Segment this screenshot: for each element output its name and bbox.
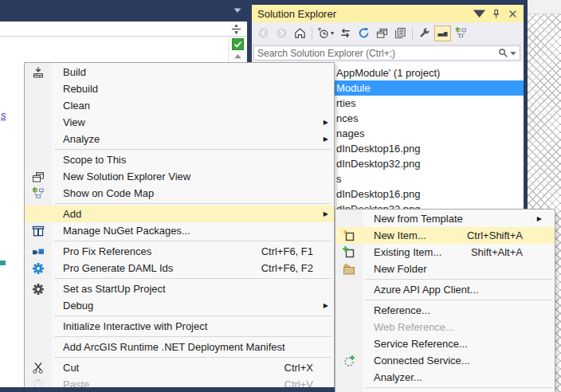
menu-item[interactable]: Build bbox=[25, 64, 334, 80]
close-icon bbox=[508, 10, 517, 18]
forward-icon bbox=[276, 27, 288, 39]
menu-item-label: Rebuild bbox=[52, 83, 313, 95]
pin-icon bbox=[491, 9, 501, 19]
menu-item[interactable]: Initialize Interactive with Project bbox=[25, 318, 334, 335]
menu-item-label: Add bbox=[52, 208, 313, 220]
gear-dark-icon bbox=[25, 283, 52, 296]
menu-item-label: Reference... bbox=[363, 304, 523, 316]
menu-item-label: Manage NuGet Packages... bbox=[52, 225, 313, 237]
tree-row-label: nces bbox=[336, 112, 358, 124]
menu-item[interactable]: Clean bbox=[25, 97, 334, 114]
collapse-all-icon bbox=[394, 27, 406, 39]
separator bbox=[312, 27, 312, 40]
menu-item[interactable]: Pro Fix References Ctrl+F6, F1 bbox=[25, 243, 334, 260]
tree-row-label: nages bbox=[336, 127, 364, 139]
menu-item[interactable]: View ▶ bbox=[25, 114, 334, 131]
menu-item-label: View bbox=[52, 116, 313, 128]
chevron-down-icon[interactable] bbox=[510, 50, 516, 57]
tree-row-label: rties bbox=[336, 97, 356, 109]
menu-item-label: Add ArcGIS Runtime .NET Deployment Manif… bbox=[52, 341, 313, 353]
back-icon bbox=[257, 27, 269, 39]
toolbar-button[interactable] bbox=[355, 25, 372, 41]
menu-item-label: Web Reference... bbox=[363, 321, 523, 333]
home-icon bbox=[294, 27, 306, 39]
tree-row-label: dInDesktop16.png bbox=[336, 188, 421, 200]
titlebar-button[interactable] bbox=[489, 7, 503, 20]
menu-item[interactable]: Service Reference... bbox=[335, 335, 555, 352]
menu-item[interactable]: New Item... Ctrl+Shift+A bbox=[335, 227, 555, 244]
gear-blue-icon bbox=[25, 262, 52, 275]
menu-item-label: Initialize Interactive with Project bbox=[52, 320, 313, 332]
add-submenu: New from Template ▶ New Item... Ctrl+Shi… bbox=[335, 209, 555, 392]
new-solution-explorer-view-icon bbox=[25, 171, 52, 183]
menu-item[interactable]: New from Template ▶ bbox=[335, 210, 555, 227]
menu-item-label: Set as StartUp Project bbox=[52, 283, 313, 295]
menu-item[interactable]: Add ArcGIS Runtime .NET Deployment Manif… bbox=[25, 339, 334, 355]
menu-item-label: New Folder bbox=[363, 263, 523, 275]
menu-item[interactable]: Manage NuGet Packages... bbox=[25, 222, 334, 239]
menu-item-label: Show on Code Map bbox=[52, 187, 313, 199]
menu-item[interactable]: Web Reference... bbox=[335, 319, 555, 335]
menu-item[interactable]: Scope to This bbox=[25, 151, 334, 168]
code-hyperlink-fragment[interactable]: s bbox=[1, 109, 6, 121]
menu-item[interactable]: Rebuild bbox=[25, 80, 334, 97]
menu-item[interactable]: New Solution Explorer View bbox=[25, 168, 334, 185]
split-editor-icon[interactable] bbox=[230, 23, 244, 36]
menu-item[interactable]: Analyze ▶ bbox=[25, 131, 334, 147]
toolbar-button[interactable] bbox=[392, 25, 409, 41]
titlebar-button[interactable] bbox=[506, 7, 520, 20]
desktop-strip bbox=[528, 0, 561, 14]
connected-service-icon bbox=[335, 355, 363, 367]
chevron-down-icon: ▾ bbox=[331, 30, 334, 37]
toolbar-button[interactable] bbox=[374, 25, 390, 41]
scroll-up-icon[interactable] bbox=[233, 52, 244, 61]
toolbar-button[interactable] bbox=[292, 25, 308, 41]
toolbar-button[interactable] bbox=[255, 25, 272, 41]
toolbar-button[interactable]: ▾ bbox=[316, 25, 335, 41]
menu-item-shortcut: Ctrl+F6, F2 bbox=[261, 262, 334, 274]
search-bar bbox=[252, 45, 524, 62]
solution-explorer-toolbar: ▾ bbox=[252, 22, 524, 45]
preview-selected-items-icon bbox=[437, 27, 449, 39]
menu-item-shortcut: Shift+Alt+A bbox=[471, 246, 555, 258]
tree-row-label: dInDesktop16.png bbox=[336, 143, 421, 155]
menu-item[interactable]: New Folder bbox=[335, 261, 555, 277]
fix-references-icon bbox=[25, 245, 52, 258]
titlebar-button[interactable] bbox=[473, 7, 486, 20]
refresh-icon bbox=[358, 27, 370, 39]
search-input[interactable] bbox=[254, 48, 498, 59]
menu-item-label: Pro Fix References bbox=[52, 245, 261, 257]
menu-item[interactable]: Pro Generate DAML Ids Ctrl+F6, F2 bbox=[25, 260, 334, 276]
solution-explorer-titlebar: Solution Explorer bbox=[252, 5, 524, 22]
menu-item-label: Service Reference... bbox=[363, 338, 523, 350]
menu-item[interactable]: Add ▶ bbox=[25, 206, 334, 222]
toolbar-button[interactable] bbox=[453, 25, 469, 41]
nuget-icon bbox=[25, 225, 52, 237]
menu-item[interactable]: Cut Ctrl+X bbox=[25, 359, 334, 376]
menu-item[interactable]: Analyzer... bbox=[335, 369, 555, 386]
menu-item-label: Connected Service... bbox=[363, 355, 523, 367]
toolbar-button[interactable] bbox=[273, 25, 290, 41]
menu-item[interactable]: Show on Code Map bbox=[25, 185, 334, 202]
submenu-arrow-icon: ▶ bbox=[324, 210, 328, 218]
scissors-icon bbox=[25, 362, 52, 374]
document-health-indicator[interactable] bbox=[232, 38, 244, 50]
menu-item[interactable]: Set as StartUp Project bbox=[25, 280, 334, 297]
toolbar-button[interactable] bbox=[416, 25, 433, 41]
chevron-down-icon[interactable] bbox=[233, 7, 241, 14]
search-box bbox=[253, 45, 520, 61]
toolbar-button[interactable] bbox=[434, 25, 451, 41]
menu-item-label: New Solution Explorer View bbox=[52, 171, 313, 182]
menu-item[interactable]: Connected Service... bbox=[335, 352, 555, 369]
status-bar bbox=[0, 387, 335, 392]
context-menu: Build Rebuild Clean View ▶ Analyz bbox=[24, 62, 335, 392]
menu-item[interactable]: Debug ▶ bbox=[25, 297, 334, 314]
properties-icon bbox=[418, 27, 430, 39]
menu-item[interactable]: Reference... bbox=[335, 302, 555, 319]
menu-item-label: Analyzer... bbox=[363, 371, 523, 383]
toolbar-button[interactable] bbox=[337, 25, 354, 41]
menu-item[interactable]: Existing Item... Shift+Alt+A bbox=[335, 244, 555, 261]
search-icon[interactable] bbox=[498, 48, 508, 58]
new-solution-explorer-view-icon bbox=[376, 27, 388, 39]
menu-item[interactable]: Azure API App Client... bbox=[335, 281, 555, 298]
